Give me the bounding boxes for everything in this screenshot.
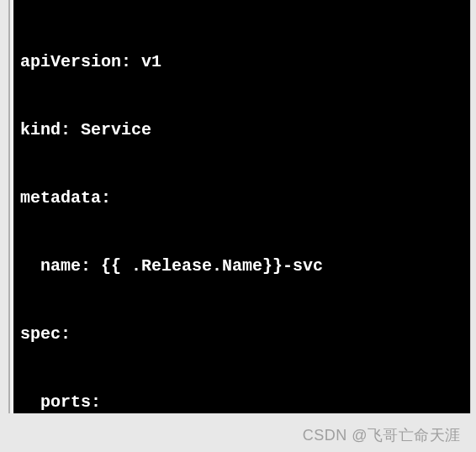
watermark-text: CSDN @飞哥亡命天涯 (303, 425, 461, 445)
terminal-content[interactable]: apiVersion: v1 kind: Service metadata: n… (13, 0, 470, 413)
code-line: name: {{ .Release.Name}}-svc (20, 255, 463, 277)
code-line: spec: (20, 323, 463, 345)
terminal-window: apiVersion: v1 kind: Service metadata: n… (8, 0, 471, 413)
code-line: apiVersion: v1 (20, 50, 463, 73)
code-line: kind: Service (20, 118, 463, 141)
code-line: ports: (20, 391, 463, 413)
code-line: metadata: (20, 187, 463, 209)
